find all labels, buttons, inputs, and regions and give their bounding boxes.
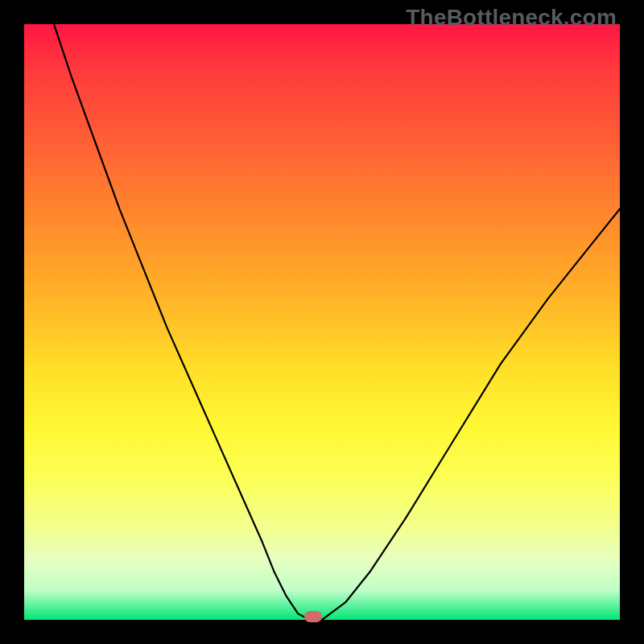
bottleneck-marker xyxy=(304,611,322,622)
chart-frame: TheBottleneck.com xyxy=(0,0,644,644)
bottleneck-curve xyxy=(24,24,620,620)
watermark-text: TheBottleneck.com xyxy=(406,5,617,31)
plot-area xyxy=(24,24,620,620)
